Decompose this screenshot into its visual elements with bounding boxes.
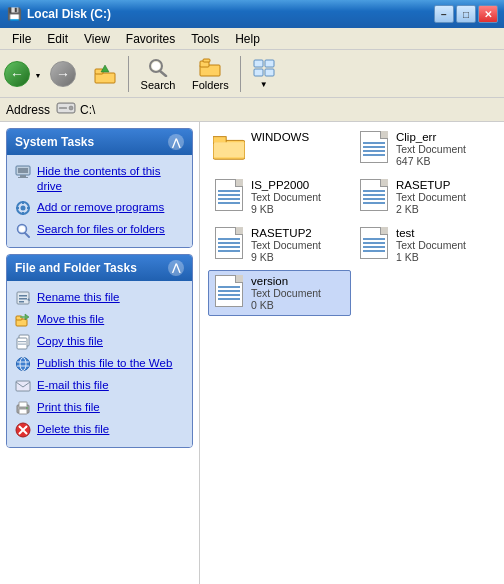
svg-line-4: [160, 71, 166, 76]
svg-rect-42: [18, 343, 26, 344]
print-icon: [15, 400, 31, 416]
file-item-version[interactable]: version Text Document 0 KB: [208, 270, 351, 316]
close-button[interactable]: ✕: [478, 5, 498, 23]
file-type-is-pp2000: Text Document: [251, 191, 321, 203]
up-button[interactable]: [86, 53, 124, 95]
task-copy[interactable]: Copy this file: [13, 331, 186, 353]
task-delete-text: Delete this file: [37, 422, 109, 437]
file-item-test[interactable]: test Text Document 1 KB: [353, 222, 496, 268]
file-size-rasetup: 2 KB: [396, 203, 466, 215]
minimize-button[interactable]: −: [434, 5, 454, 23]
svg-rect-24: [22, 212, 24, 215]
back-dropdown[interactable]: ▼: [32, 61, 44, 87]
svg-rect-49: [19, 402, 27, 407]
file-size-rasetup2: 9 KB: [251, 251, 321, 263]
file-type-rasetup2: Text Document: [251, 239, 321, 251]
title-bar: 💾 Local Disk (C:) − □ ✕: [0, 0, 504, 28]
rename-icon: [15, 290, 31, 306]
file-info-rasetup: RASETUP Text Document 2 KB: [396, 179, 466, 215]
task-rename-text: Rename this file: [37, 290, 119, 305]
menu-file[interactable]: File: [4, 30, 39, 48]
maximize-button[interactable]: □: [456, 5, 476, 23]
file-folder-tasks-body: Rename this file Move this file: [7, 281, 192, 447]
file-info-test: test Text Document 1 KB: [396, 227, 466, 263]
file-item-rasetup2[interactable]: RASETUP2 Text Document 9 KB: [208, 222, 351, 268]
file-item-clip-err[interactable]: Clip_err Text Document 647 KB: [353, 126, 496, 172]
svg-rect-26: [27, 207, 30, 209]
task-print[interactable]: Print this file: [13, 397, 186, 419]
file-info-version: version Text Document 0 KB: [251, 275, 321, 311]
views-dropdown-arrow: ▼: [260, 80, 268, 89]
svg-rect-8: [203, 59, 210, 62]
task-add-remove[interactable]: Add or remove programs: [13, 197, 186, 219]
svg-point-5: [152, 62, 160, 70]
svg-rect-33: [19, 301, 24, 303]
views-icon: [252, 58, 276, 78]
file-item-rasetup[interactable]: RASETUP Text Document 2 KB: [353, 174, 496, 220]
svg-rect-18: [18, 168, 28, 173]
task-publish[interactable]: Publish this file to the Web: [13, 353, 186, 375]
task-hide-text: Hide the contents of this drive: [37, 164, 184, 194]
file-type-clip-err: Text Document: [396, 143, 466, 155]
task-email[interactable]: E-mail this file: [13, 375, 186, 397]
file-name-test: test: [396, 227, 466, 239]
file-type-test: Text Document: [396, 239, 466, 251]
file-grid: WINDOWS: [208, 126, 496, 316]
svg-rect-31: [19, 295, 27, 297]
file-folder-tasks-title: File and Folder Tasks: [15, 261, 137, 275]
system-tasks-header: System Tasks ⋀: [7, 129, 192, 155]
file-name-rasetup: RASETUP: [396, 179, 466, 191]
file-name-version: version: [251, 275, 321, 287]
gear-icon: [15, 200, 31, 216]
task-print-text: Print this file: [37, 400, 100, 415]
menu-help[interactable]: Help: [227, 30, 268, 48]
views-button[interactable]: ▼: [245, 53, 283, 95]
search-button[interactable]: Search: [133, 53, 183, 95]
address-path: C:\: [80, 103, 95, 117]
task-search-files[interactable]: Search for files or folders: [13, 219, 186, 241]
svg-point-28: [19, 226, 25, 232]
svg-point-43: [17, 357, 30, 370]
txt-icon-test: [358, 227, 390, 259]
menu-view[interactable]: View: [76, 30, 118, 48]
task-publish-text: Publish this file to the Web: [37, 356, 172, 371]
file-size-clip-err: 647 KB: [396, 155, 466, 167]
search-files-icon: [15, 222, 31, 238]
forward-button[interactable]: →: [50, 61, 76, 87]
back-button-container: ← ▼: [4, 61, 44, 87]
copy-icon: [15, 334, 31, 350]
file-type-rasetup: Text Document: [396, 191, 466, 203]
menu-edit[interactable]: Edit: [39, 30, 76, 48]
system-tasks-collapse[interactable]: ⋀: [168, 134, 184, 150]
file-item-windows[interactable]: WINDOWS: [208, 126, 351, 172]
menu-favorites[interactable]: Favorites: [118, 30, 183, 48]
txt-icon-clip-err: [358, 131, 390, 163]
task-delete[interactable]: Delete this file: [13, 419, 186, 441]
task-rename[interactable]: Rename this file: [13, 287, 186, 309]
svg-rect-47: [16, 381, 30, 391]
svg-rect-12: [265, 69, 274, 76]
address-label: Address: [6, 103, 50, 117]
menu-tools[interactable]: Tools: [183, 30, 227, 48]
task-move[interactable]: Move this file: [13, 309, 186, 331]
folders-button[interactable]: Folders: [185, 53, 236, 95]
file-name-clip-err: Clip_err: [396, 131, 466, 143]
task-email-text: E-mail this file: [37, 378, 109, 393]
file-folder-tasks-collapse[interactable]: ⋀: [168, 260, 184, 276]
task-add-remove-text: Add or remove programs: [37, 200, 164, 215]
svg-rect-56: [213, 137, 226, 144]
svg-point-15: [69, 106, 73, 110]
task-hide-contents[interactable]: Hide the contents of this drive: [13, 161, 186, 197]
task-move-text: Move this file: [37, 312, 104, 327]
svg-rect-19: [20, 175, 26, 177]
file-folder-tasks-section: File and Folder Tasks ⋀ Rename this: [6, 254, 193, 448]
svg-rect-32: [19, 298, 27, 300]
menu-bar: File Edit View Favorites Tools Help: [0, 28, 504, 50]
folders-label: Folders: [192, 79, 229, 91]
file-item-is-pp2000[interactable]: IS_PP2000 Text Document 9 KB: [208, 174, 351, 220]
right-panel: WINDOWS: [200, 122, 504, 584]
file-name-rasetup2: RASETUP2: [251, 227, 321, 239]
file-info-rasetup2: RASETUP2 Text Document 9 KB: [251, 227, 321, 263]
address-bar: Address C:\: [0, 98, 504, 122]
back-button[interactable]: ←: [4, 61, 30, 87]
